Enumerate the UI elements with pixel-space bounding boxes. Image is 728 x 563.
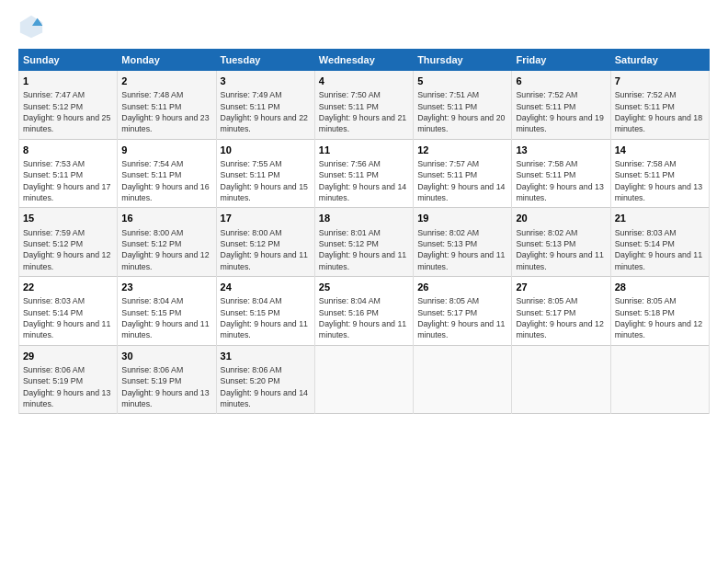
sunset: Sunset: 5:14 PM (23, 307, 113, 318)
sunset: Sunset: 5:13 PM (417, 238, 507, 249)
sunset: Sunset: 5:13 PM (516, 238, 606, 249)
sunset: Sunset: 5:20 PM (221, 375, 311, 386)
sunrise: Sunrise: 8:05 AM (417, 295, 507, 306)
sunrise: Sunrise: 8:04 AM (319, 295, 409, 306)
day-number: 16 (121, 212, 211, 225)
calendar-cell: 22Sunrise: 8:03 AMSunset: 5:14 PMDayligh… (19, 276, 118, 345)
sunrise: Sunrise: 7:48 AM (121, 89, 211, 100)
calendar-cell: 26Sunrise: 8:05 AMSunset: 5:17 PMDayligh… (414, 276, 512, 345)
sunrise: Sunrise: 7:57 AM (417, 158, 507, 169)
day-number: 18 (319, 212, 409, 225)
daylight: Daylight: 9 hours and 18 minutes. (615, 112, 705, 135)
calendar-cell: 18Sunrise: 8:01 AMSunset: 5:12 PMDayligh… (314, 208, 413, 277)
sunrise: Sunrise: 8:05 AM (516, 295, 606, 306)
calendar-cell: 11Sunrise: 7:56 AMSunset: 5:11 PMDayligh… (314, 139, 413, 208)
day-number: 19 (417, 212, 507, 225)
sunset: Sunset: 5:11 PM (516, 169, 606, 180)
week-row-1: 8Sunrise: 7:53 AMSunset: 5:11 PMDaylight… (19, 139, 710, 208)
day-number: 7 (615, 75, 705, 88)
daylight: Daylight: 9 hours and 13 minutes. (121, 387, 211, 410)
daylight: Daylight: 9 hours and 11 minutes. (417, 318, 507, 341)
col-header-friday: Friday (512, 50, 610, 71)
day-number: 21 (615, 212, 705, 225)
col-header-thursday: Thursday (414, 50, 512, 71)
calendar-cell: 5Sunrise: 7:51 AMSunset: 5:11 PMDaylight… (414, 71, 512, 140)
calendar-cell: 24Sunrise: 8:04 AMSunset: 5:15 PMDayligh… (216, 276, 314, 345)
col-header-saturday: Saturday (610, 50, 709, 71)
daylight: Daylight: 9 hours and 12 minutes. (615, 318, 705, 341)
col-header-monday: Monday (118, 50, 216, 71)
sunset: Sunset: 5:11 PM (417, 101, 507, 112)
calendar-cell: 13Sunrise: 7:58 AMSunset: 5:11 PMDayligh… (512, 139, 610, 208)
day-number: 3 (221, 75, 311, 88)
sunrise: Sunrise: 8:06 AM (221, 364, 311, 375)
sunrise: Sunrise: 8:04 AM (121, 295, 211, 306)
sunset: Sunset: 5:18 PM (615, 307, 705, 318)
day-number: 27 (516, 281, 606, 294)
logo (18, 14, 48, 40)
week-row-2: 15Sunrise: 7:59 AMSunset: 5:12 PMDayligh… (19, 208, 710, 277)
calendar-cell: 3Sunrise: 7:49 AMSunset: 5:11 PMDaylight… (216, 71, 314, 140)
sunset: Sunset: 5:11 PM (121, 169, 211, 180)
calendar-cell: 9Sunrise: 7:54 AMSunset: 5:11 PMDaylight… (118, 139, 216, 208)
day-number: 15 (23, 212, 113, 225)
calendar-cell: 30Sunrise: 8:06 AMSunset: 5:19 PMDayligh… (118, 345, 216, 414)
col-header-wednesday: Wednesday (314, 50, 413, 71)
sunset: Sunset: 5:17 PM (417, 307, 507, 318)
calendar-table: SundayMondayTuesdayWednesdayThursdayFrid… (18, 49, 710, 414)
sunset: Sunset: 5:15 PM (121, 307, 211, 318)
daylight: Daylight: 9 hours and 14 minutes. (417, 181, 507, 204)
daylight: Daylight: 9 hours and 13 minutes. (516, 181, 606, 204)
calendar-cell: 15Sunrise: 7:59 AMSunset: 5:12 PMDayligh… (19, 208, 118, 277)
daylight: Daylight: 9 hours and 11 minutes. (319, 318, 409, 341)
header (18, 14, 710, 40)
sunrise: Sunrise: 7:55 AM (221, 158, 311, 169)
day-number: 28 (615, 281, 705, 294)
sunrise: Sunrise: 7:47 AM (23, 89, 113, 100)
calendar-cell: 7Sunrise: 7:52 AMSunset: 5:11 PMDaylight… (610, 71, 709, 140)
calendar-cell (512, 345, 610, 414)
calendar-cell: 1Sunrise: 7:47 AMSunset: 5:12 PMDaylight… (19, 71, 118, 140)
week-row-0: 1Sunrise: 7:47 AMSunset: 5:12 PMDaylight… (19, 71, 710, 140)
sunset: Sunset: 5:15 PM (221, 307, 311, 318)
day-number: 25 (319, 281, 409, 294)
calendar-cell: 6Sunrise: 7:52 AMSunset: 5:11 PMDaylight… (512, 71, 610, 140)
day-number: 2 (121, 75, 211, 88)
sunset: Sunset: 5:12 PM (221, 238, 311, 249)
daylight: Daylight: 9 hours and 13 minutes. (23, 387, 113, 410)
sunrise: Sunrise: 7:56 AM (319, 158, 409, 169)
sunset: Sunset: 5:11 PM (615, 169, 705, 180)
day-number: 23 (121, 281, 211, 294)
daylight: Daylight: 9 hours and 23 minutes. (121, 112, 211, 135)
calendar-cell: 28Sunrise: 8:05 AMSunset: 5:18 PMDayligh… (610, 276, 709, 345)
calendar-cell: 21Sunrise: 8:03 AMSunset: 5:14 PMDayligh… (610, 208, 709, 277)
day-number: 17 (221, 212, 311, 225)
sunset: Sunset: 5:11 PM (23, 169, 113, 180)
sunrise: Sunrise: 8:01 AM (319, 227, 409, 238)
day-number: 14 (615, 144, 705, 157)
calendar-cell: 20Sunrise: 8:02 AMSunset: 5:13 PMDayligh… (512, 208, 610, 277)
sunset: Sunset: 5:12 PM (121, 238, 211, 249)
calendar-cell (314, 345, 413, 414)
day-number: 29 (23, 350, 113, 363)
sunset: Sunset: 5:11 PM (615, 101, 705, 112)
sunrise: Sunrise: 8:03 AM (23, 295, 113, 306)
day-number: 12 (417, 144, 507, 157)
daylight: Daylight: 9 hours and 11 minutes. (319, 249, 409, 272)
sunset: Sunset: 5:11 PM (319, 169, 409, 180)
sunrise: Sunrise: 8:03 AM (615, 227, 705, 238)
sunset: Sunset: 5:14 PM (615, 238, 705, 249)
daylight: Daylight: 9 hours and 19 minutes. (516, 112, 606, 135)
sunrise: Sunrise: 7:58 AM (615, 158, 705, 169)
daylight: Daylight: 9 hours and 20 minutes. (417, 112, 507, 135)
daylight: Daylight: 9 hours and 21 minutes. (319, 112, 409, 135)
sunset: Sunset: 5:11 PM (221, 169, 311, 180)
day-number: 24 (221, 281, 311, 294)
day-number: 9 (121, 144, 211, 157)
sunrise: Sunrise: 8:04 AM (221, 295, 311, 306)
day-number: 31 (221, 350, 311, 363)
sunset: Sunset: 5:12 PM (319, 238, 409, 249)
sunrise: Sunrise: 7:50 AM (319, 89, 409, 100)
calendar-cell: 29Sunrise: 8:06 AMSunset: 5:19 PMDayligh… (19, 345, 118, 414)
calendar-cell: 25Sunrise: 8:04 AMSunset: 5:16 PMDayligh… (314, 276, 413, 345)
